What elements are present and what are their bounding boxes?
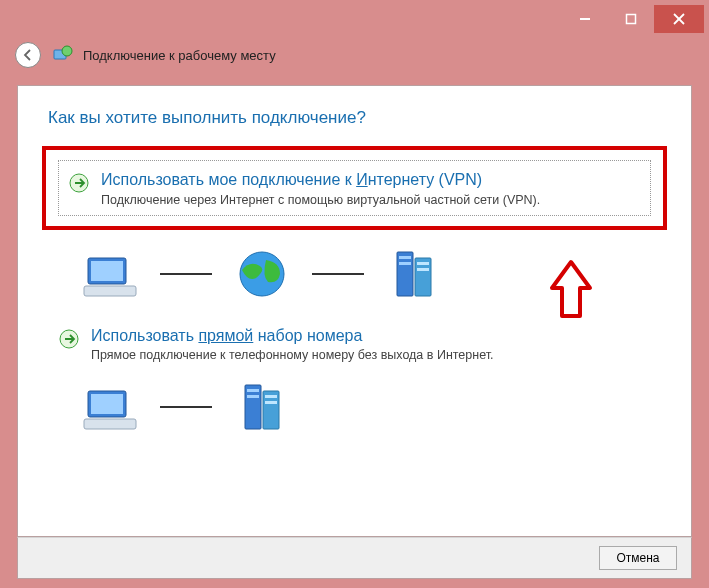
option-vpn-highlight: Использовать мое подключение к Интернету… <box>42 146 667 230</box>
question-heading: Как вы хотите выполнить подключение? <box>48 108 661 128</box>
svg-rect-25 <box>247 395 259 398</box>
option-dialup-title-pre: Использовать <box>91 327 198 344</box>
option-dialup-text: Использовать прямой набор номера Прямое … <box>91 325 650 363</box>
wizard-window: Подключение к рабочему месту Как вы хоти… <box>5 5 704 583</box>
minimize-button[interactable] <box>562 5 608 33</box>
computer-icon <box>78 248 142 300</box>
diagram-connector <box>160 406 212 408</box>
back-arrow-icon <box>21 48 35 62</box>
globe-icon <box>230 248 294 300</box>
option-vpn[interactable]: Использовать мое подключение к Интернету… <box>58 160 651 216</box>
option-vpn-title-post: нтернету (VPN) <box>368 171 483 188</box>
network-wizard-icon <box>51 44 73 66</box>
option-vpn-title-ul: И <box>356 171 368 188</box>
svg-rect-26 <box>265 395 277 398</box>
option-vpn-title-pre: Использовать мое подключение к <box>101 171 356 188</box>
close-button[interactable] <box>654 5 704 33</box>
maximize-icon <box>625 13 637 25</box>
svg-rect-17 <box>417 268 429 271</box>
minimize-icon <box>579 13 591 25</box>
option-dialup-title-ul: прямой <box>198 327 253 344</box>
svg-rect-9 <box>84 286 136 296</box>
option-dialup-title: Использовать прямой набор номера <box>91 325 650 347</box>
svg-rect-8 <box>91 261 123 281</box>
svg-point-5 <box>62 46 72 56</box>
svg-rect-24 <box>247 389 259 392</box>
option-vpn-title: Использовать мое подключение к Интернету… <box>101 169 640 191</box>
svg-rect-21 <box>84 419 136 429</box>
back-button[interactable] <box>15 42 41 68</box>
go-arrow-icon <box>59 329 79 349</box>
svg-rect-15 <box>399 262 411 265</box>
option-dialup[interactable]: Использовать прямой набор номера Прямое … <box>48 316 661 372</box>
maximize-button[interactable] <box>608 5 654 33</box>
svg-rect-16 <box>417 262 429 265</box>
content-pane: Как вы хотите выполнить подключение? Исп… <box>17 85 692 537</box>
svg-rect-20 <box>91 394 123 414</box>
svg-rect-14 <box>399 256 411 259</box>
option-vpn-desc: Подключение через Интернет с помощью вир… <box>101 193 640 207</box>
option-vpn-text: Использовать мое подключение к Интернету… <box>101 169 640 207</box>
computer-icon <box>78 381 142 433</box>
go-arrow-icon <box>69 173 89 193</box>
titlebar <box>5 5 704 33</box>
cancel-button[interactable]: Отмена <box>599 546 677 570</box>
wizard-title: Подключение к рабочему месту <box>83 48 276 63</box>
dialup-diagram <box>48 371 661 439</box>
server-icon <box>382 248 446 300</box>
close-icon <box>673 13 685 25</box>
diagram-connector <box>312 273 364 275</box>
svg-rect-1 <box>627 15 636 24</box>
option-dialup-desc: Прямое подключение к телефонному номеру … <box>91 348 650 362</box>
header: Подключение к рабочему месту <box>5 33 704 77</box>
option-dialup-title-post: набор номера <box>253 327 362 344</box>
diagram-connector <box>160 273 212 275</box>
svg-rect-27 <box>265 401 277 404</box>
footer: Отмена <box>17 537 692 579</box>
server-icon <box>230 381 294 433</box>
